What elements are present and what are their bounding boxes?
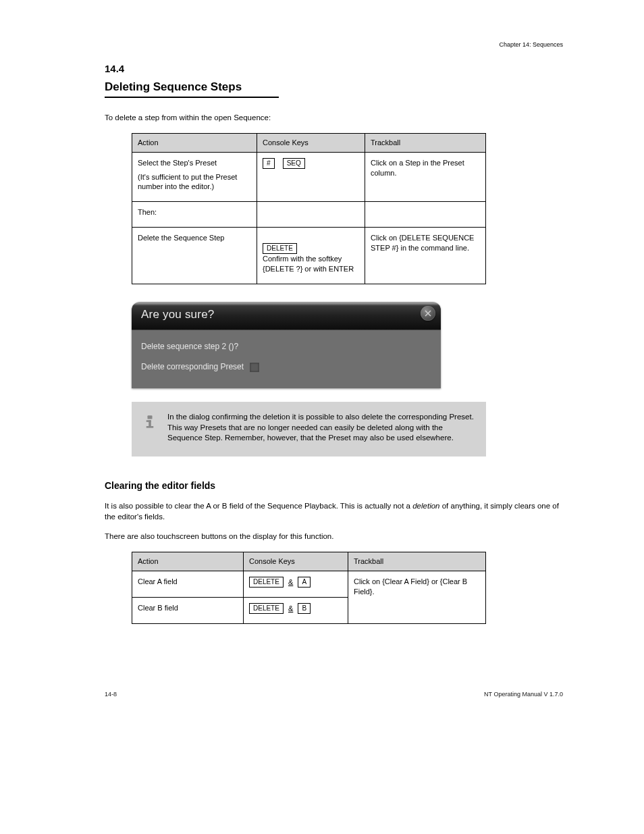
col-trackball: Trackball bbox=[365, 133, 486, 152]
keys-cell: DELETE Confirm with the softkey {DELETE … bbox=[257, 228, 365, 284]
chapter-reference: Chapter 14: Sequences bbox=[105, 41, 563, 49]
trackball-cell: Click on a Step in the Preset column. bbox=[365, 152, 486, 202]
dialog-title: Are you sure? bbox=[141, 308, 214, 321]
svg-rect-3 bbox=[148, 415, 153, 419]
p1-em: deletion bbox=[412, 502, 439, 510]
section-title: Deleting Sequence Steps bbox=[105, 80, 279, 98]
page-footer: 14-8 NT Operating Manual V 1.7.0 bbox=[105, 690, 563, 698]
svg-rect-6 bbox=[146, 426, 154, 428]
procedure-table-2: Action Console Keys Trackball Clear A fi… bbox=[132, 552, 486, 624]
dialog-body: Delete sequence step 2 ()? Delete corres… bbox=[132, 330, 441, 388]
action-cell: Delete the Sequence Step bbox=[132, 228, 257, 284]
table-row: Then: bbox=[132, 202, 486, 228]
keys-cell: # SEQ bbox=[257, 152, 365, 202]
table-row: Select the Step's Preset (It's sufficien… bbox=[132, 152, 486, 202]
action-cell: Select the Step's Preset (It's sufficien… bbox=[132, 152, 257, 202]
procedure-table-1: Action Console Keys Trackball Select the… bbox=[132, 133, 486, 284]
ampersand: & bbox=[288, 604, 293, 614]
ampersand: & bbox=[288, 577, 293, 588]
dialog-checkbox-label: Delete corresponding Preset bbox=[141, 362, 244, 371]
keys-post: Confirm with the softkey {DELETE ?} or w… bbox=[263, 255, 354, 273]
col-action: Action bbox=[132, 133, 257, 152]
keycap-delete: DELETE bbox=[249, 577, 284, 588]
col-keys: Console Keys bbox=[257, 133, 365, 152]
close-icon[interactable] bbox=[421, 306, 435, 321]
keys-cell: DELETE & B bbox=[244, 597, 348, 623]
page-number: 14-8 bbox=[105, 690, 117, 698]
info-text: In the dialog confirming the deletion it… bbox=[167, 413, 474, 442]
keycap-a: A bbox=[298, 577, 311, 588]
col-trackball: Trackball bbox=[348, 552, 486, 571]
confirmation-dialog: Are you sure? Delete sequence step 2 ()?… bbox=[132, 302, 441, 388]
trackball-cell bbox=[365, 202, 486, 228]
col-keys: Console Keys bbox=[244, 552, 348, 571]
table-header-row: Action Console Keys Trackball bbox=[132, 133, 486, 152]
action-text: Select the Step's Preset bbox=[138, 159, 217, 167]
keys-cell: DELETE & A bbox=[244, 571, 348, 597]
intro-text: To delete a step from within the open Se… bbox=[105, 113, 563, 124]
keycap-delete: DELETE bbox=[263, 243, 297, 254]
action-cell: Clear B field bbox=[132, 597, 244, 623]
table-row: Clear A field DELETE & A Click on {Clear… bbox=[132, 571, 486, 597]
keycap-delete: DELETE bbox=[249, 603, 284, 614]
section-number: 14.4 bbox=[105, 62, 563, 76]
trackball-cell: Click on {DELETE SEQUENCE STEP #} in the… bbox=[365, 228, 486, 284]
subsection-title: Clearing the editor fields bbox=[105, 479, 563, 492]
action-cell: Then: bbox=[132, 202, 257, 228]
dialog-message: Delete sequence step 2 ()? bbox=[141, 341, 431, 352]
table-row: Delete the Sequence Step DELETE Confirm … bbox=[132, 228, 486, 284]
svg-rect-5 bbox=[146, 420, 151, 422]
p1-pre: It is also possible to clear the A or B … bbox=[105, 502, 412, 510]
keycap-hash: # bbox=[263, 158, 275, 169]
action-cell: Clear A field bbox=[132, 571, 244, 597]
keycap-b: B bbox=[298, 603, 311, 614]
table-header-row: Action Console Keys Trackball bbox=[132, 552, 486, 571]
delete-preset-checkbox[interactable] bbox=[250, 363, 259, 372]
col-action: Action bbox=[132, 552, 244, 571]
body-paragraph: There are also touchscreen buttons on th… bbox=[105, 531, 563, 542]
manual-version: NT Operating Manual V 1.7.0 bbox=[484, 690, 563, 698]
dialog-checkbox-row: Delete corresponding Preset bbox=[141, 361, 431, 372]
trackball-cell: Click on {Clear A Field} or {Clear B Fie… bbox=[348, 571, 486, 623]
keycap-seq: SEQ bbox=[283, 158, 305, 169]
info-box: In the dialog confirming the deletion it… bbox=[132, 402, 486, 457]
info-icon bbox=[140, 412, 159, 431]
dialog-titlebar: Are you sure? bbox=[132, 302, 441, 330]
keys-cell bbox=[257, 202, 365, 228]
action-note: (It's sufficient to put the Preset numbe… bbox=[138, 172, 251, 192]
body-paragraph: It is also possible to clear the A or B … bbox=[105, 501, 563, 522]
